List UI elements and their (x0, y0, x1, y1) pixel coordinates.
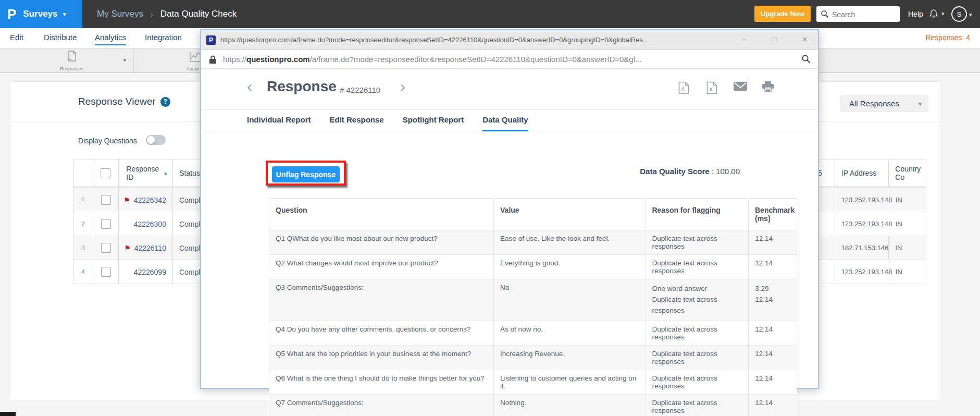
account-menu-caret[interactable]: ▾ (969, 11, 972, 18)
reason-cell: Duplicate text across responses (646, 230, 749, 254)
value-cell: As of now no. (494, 321, 646, 345)
export-excel-icon[interactable]: x (706, 81, 717, 96)
response-id-link[interactable]: 42226099 (134, 268, 166, 276)
display-questions-label: Display Questions (78, 137, 137, 145)
breadcrumb-separator-icon: › (151, 10, 153, 19)
benchmark-cell: 12.14 (749, 255, 797, 279)
table-header-row: 5 IP Address Country Co (802, 160, 926, 188)
question-cell: Q6 What is the one thing I should do to … (269, 370, 494, 394)
address-url[interactable]: https://questionpro.com/a/frame.do?mode=… (223, 50, 786, 69)
response-id-label: # 42226110 (340, 85, 380, 94)
unflag-response-button[interactable]: Unflag Response (272, 166, 340, 182)
select-all-checkbox[interactable] (101, 168, 110, 178)
column-header-value: Value (494, 199, 646, 230)
search-input[interactable] (831, 6, 899, 23)
question-cell: Q4 Do you have any other comments, quest… (269, 321, 494, 345)
flag-icon: ⚑ (124, 244, 131, 252)
screen: P Surveys ▾ My Surveys › Data Quality Ch… (0, 0, 980, 416)
address-bar[interactable]: https://questionpro.com/a/frame.do?mode=… (201, 50, 818, 69)
column-header-response-id[interactable]: Response ID (126, 165, 159, 181)
country-cell: IN (889, 236, 926, 260)
notifications-button[interactable]: ▾ (928, 8, 945, 19)
help-badge-icon[interactable]: ? (160, 97, 170, 107)
responses-count: Responses: 4 (925, 28, 970, 48)
tab-individual-report[interactable]: Individual Report (247, 109, 311, 131)
country-cell: IN (889, 212, 926, 236)
export-pdf-icon[interactable]: A (678, 81, 689, 96)
all-responses-dropdown[interactable]: All Responses ▾ (840, 95, 928, 112)
column-header-status[interactable]: Status (179, 169, 200, 177)
reason-cell: Duplicate text across responses (646, 321, 749, 345)
surveys-menu[interactable]: P Surveys ▾ (0, 0, 82, 28)
window-titlebar[interactable]: P https://questionpro.com/a/frame.do?mod… (201, 30, 818, 50)
response-id-link[interactable]: 42226342 (134, 196, 166, 204)
maximize-button[interactable]: □ (768, 30, 781, 50)
response-title: Response (267, 78, 337, 95)
response-id-link[interactable]: 42226110 (134, 244, 166, 252)
breadcrumb-current: Data Quality Check (160, 9, 237, 19)
avatar[interactable]: S (951, 6, 967, 22)
score-value: : 100.00 (710, 167, 740, 176)
reason-cell: Duplicate text across responses (646, 346, 749, 370)
reason-cell: One word answer Duplicate text across re… (646, 279, 749, 321)
minimize-button[interactable]: – (738, 30, 751, 50)
column-header-ip[interactable]: IP Address (835, 160, 889, 186)
print-icon[interactable] (762, 81, 774, 95)
nav-tab-distribute[interactable]: Distribute (44, 28, 77, 48)
row-checkbox[interactable] (101, 267, 111, 277)
next-response-button[interactable]: › (400, 76, 405, 97)
nav-tab-edit[interactable]: Edit (10, 28, 23, 48)
nav-tab-integration[interactable]: Integration (145, 28, 182, 48)
chevron-down-icon: ▾ (919, 100, 922, 107)
zoom-icon[interactable] (801, 54, 811, 64)
table-row: Q4 Do you have any other comments, quest… (269, 321, 797, 346)
column-header-reason: Reason for flagging (646, 199, 749, 230)
search-icon (821, 10, 829, 18)
nav-tab-analytics[interactable]: Analytics (95, 28, 126, 48)
breadcrumb-my-surveys[interactable]: My Surveys (97, 9, 143, 19)
svg-text:x: x (710, 85, 713, 93)
benchmark-cell: 3.29 12.14 (749, 279, 797, 321)
email-icon[interactable] (734, 81, 747, 93)
upgrade-now-button[interactable]: Upgrade Now (754, 6, 811, 22)
row-checkbox[interactable] (101, 243, 111, 253)
svg-text:A: A (680, 86, 685, 92)
column-header-benchmark: Benchmark (ms) (749, 199, 797, 230)
reason-cell: Duplicate text across responses (646, 255, 749, 279)
row-checkbox[interactable] (101, 219, 111, 229)
sort-asc-icon[interactable]: ▲ (163, 170, 168, 176)
previous-response-button[interactable]: ‹ (247, 76, 252, 97)
chevron-down-icon: ▾ (941, 10, 945, 17)
benchmark-cell: 12.14 (749, 321, 797, 345)
help-link[interactable]: Help (908, 0, 923, 28)
question-cell: Q7 Comments/Suggestions: (269, 395, 494, 416)
tab-data-quality[interactable]: Data Quality (482, 109, 528, 131)
search-box (816, 6, 900, 22)
value-cell: Increasing Revenue. (494, 346, 646, 370)
table-row: Q5 What are the top priorities in your b… (269, 346, 797, 370)
close-button[interactable]: × (798, 30, 812, 50)
table-row: 123.252.193.148 IN (802, 260, 926, 284)
tab-edit-response[interactable]: Edit Response (330, 109, 384, 131)
questionpro-favicon: P (206, 35, 216, 45)
table-row: Q7 Comments/Suggestions: Nothing. Duplic… (269, 395, 797, 416)
table-row: 123.252.193.148 IN (802, 212, 926, 236)
benchmark-cell: 12.14 (749, 370, 797, 394)
value-cell: Everything is good. (494, 255, 646, 279)
table-row: Q1 QWhat do you like most about our new … (269, 230, 797, 255)
tool-responses[interactable]: ▾ Responses (10, 48, 134, 72)
surveys-menu-label: Surveys (23, 9, 57, 19)
question-cell: Q5 What are the top priorities in your b… (269, 346, 494, 370)
ip-cell: 123.252.193.148 (835, 260, 889, 284)
response-tabs: Individual Report Edit Response Spotligh… (201, 109, 818, 131)
lock-icon (209, 55, 216, 64)
column-header-question: Question (269, 199, 494, 230)
table-row: Q6 What is the one thing I should do to … (269, 370, 797, 395)
row-checkbox[interactable] (101, 195, 111, 205)
table-row: Q3 Comments/Suggestions: No One word ans… (269, 279, 797, 321)
tab-spotlight-report[interactable]: Spotlight Report (403, 109, 464, 131)
reason-cell: Duplicate text across responses (646, 395, 749, 416)
column-header-country[interactable]: Country Co (889, 160, 926, 186)
response-id-link[interactable]: 42226300 (134, 220, 166, 228)
display-questions-toggle[interactable] (146, 135, 166, 145)
